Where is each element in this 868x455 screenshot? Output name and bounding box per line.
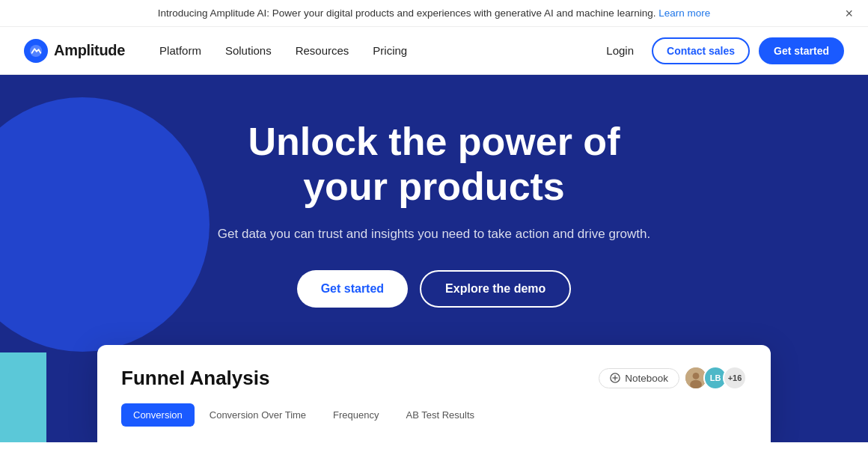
- tab-conversion-over-time[interactable]: Conversion Over Time: [198, 403, 318, 427]
- nav-pricing[interactable]: Pricing: [362, 38, 418, 63]
- notebook-icon: [610, 373, 620, 383]
- nav-resources[interactable]: Resources: [285, 38, 360, 63]
- dashboard-card: Funnel Analysis Notebook: [97, 345, 771, 442]
- announcement-link[interactable]: Learn more: [658, 7, 710, 19]
- hero-explore-demo-button[interactable]: Explore the demo: [420, 270, 571, 308]
- hero-title: Unlock the power of your products: [210, 120, 658, 210]
- nav-actions: Login Contact sales Get started: [597, 37, 844, 64]
- dashboard-title: Funnel Analysis: [121, 367, 269, 390]
- announcement-bar: Introducing Amplitude AI: Power your dig…: [0, 0, 868, 27]
- dashboard-tabs: Conversion Conversion Over Time Frequenc…: [121, 403, 747, 427]
- hero-get-started-button[interactable]: Get started: [297, 270, 408, 308]
- hero-buttons: Get started Explore the demo: [210, 270, 658, 308]
- logo-text: Amplitude: [54, 42, 125, 59]
- hero-section: Unlock the power of your products Get da…: [0, 75, 868, 442]
- dashboard-actions: Notebook LB +16: [599, 366, 747, 390]
- avatar-group: LB +16: [688, 366, 747, 390]
- hero-rect-decoration: [0, 352, 46, 442]
- avatar-count: +16: [723, 366, 747, 390]
- tab-ab-test-results[interactable]: AB Test Results: [394, 403, 487, 427]
- logo-icon: [24, 39, 48, 63]
- hero-subtitle: Get data you can trust and insights you …: [210, 225, 658, 244]
- nav-solutions[interactable]: Solutions: [215, 38, 282, 63]
- get-started-nav-button[interactable]: Get started: [759, 37, 844, 64]
- tab-frequency[interactable]: Frequency: [321, 403, 391, 427]
- login-button[interactable]: Login: [597, 38, 643, 63]
- navbar: Amplitude Platform Solutions Resources P…: [0, 27, 868, 75]
- hero-content: Unlock the power of your products Get da…: [210, 120, 658, 345]
- amplitude-logo-svg: [29, 44, 43, 58]
- logo-link[interactable]: Amplitude: [24, 39, 125, 63]
- notebook-button[interactable]: Notebook: [599, 368, 679, 388]
- announcement-close-button[interactable]: ×: [845, 7, 853, 20]
- avatar-count-label: +16: [728, 373, 742, 382]
- hero-circle-decoration: [0, 97, 210, 352]
- avatar-lb-initials: LB: [710, 373, 721, 382]
- svg-point-6: [690, 380, 702, 389]
- tab-conversion[interactable]: Conversion: [121, 403, 195, 427]
- svg-point-5: [693, 373, 700, 379]
- nav-links: Platform Solutions Resources Pricing: [149, 38, 597, 63]
- dashboard-header: Funnel Analysis Notebook: [121, 366, 747, 390]
- announcement-text: Introducing Amplitude AI: Power your dig…: [158, 7, 656, 19]
- notebook-label: Notebook: [625, 373, 668, 384]
- nav-platform[interactable]: Platform: [149, 38, 212, 63]
- contact-sales-button[interactable]: Contact sales: [652, 37, 750, 64]
